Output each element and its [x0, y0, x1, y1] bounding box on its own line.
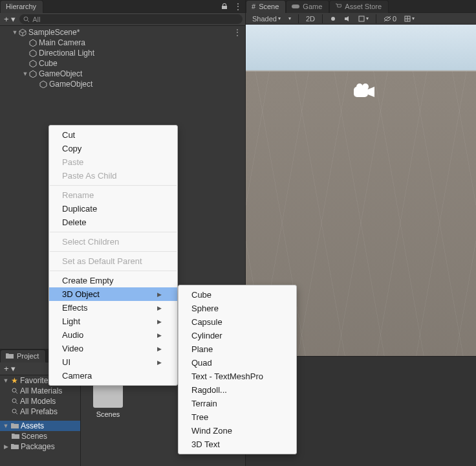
dropdown-icon[interactable]: ▾ — [286, 16, 294, 21]
joystick-icon — [292, 3, 299, 10]
ctx-set-default-parent: Set as Default Parent — [49, 254, 177, 268]
sub-text-tmp[interactable]: Text - TextMeshPro — [178, 370, 296, 383]
sub-tree[interactable]: Tree — [178, 410, 296, 424]
grid-toggle-icon[interactable]: ▾ — [402, 16, 417, 22]
folder-icon — [11, 423, 19, 429]
tree-item-main-camera[interactable]: Main Camera — [0, 38, 245, 48]
ctx-duplicate[interactable]: Duplicate — [49, 202, 177, 216]
folder-large-icon — [93, 383, 123, 408]
ctx-select-children: Select Children — [49, 235, 177, 249]
project-tab[interactable]: Project — [0, 350, 46, 362]
tree-item-gameobject[interactable]: ▼ GameObject — [0, 69, 245, 79]
svg-marker-6 — [30, 60, 36, 67]
ctx-rename: Rename — [49, 188, 177, 202]
fx-toggle-icon[interactable]: ▾ — [356, 16, 371, 22]
hierarchy-context-menu: Cut Copy Paste Paste As Child Rename Dup… — [49, 125, 178, 386]
svg-marker-17 — [345, 16, 349, 21]
tree-item-cube[interactable]: Cube — [0, 58, 245, 69]
camera-gizmo-icon[interactable] — [352, 83, 377, 101]
ctx-paste-as-child: Paste As Child — [49, 169, 177, 183]
panel-menu-icon[interactable]: ⋮ — [231, 2, 245, 11]
svg-marker-5 — [30, 50, 36, 57]
ctx-copy[interactable]: Copy — [49, 142, 177, 155]
game-tab[interactable]: Game — [286, 0, 329, 13]
sub-plane[interactable]: Plane — [178, 342, 296, 356]
sub-quad[interactable]: Quad — [178, 356, 296, 370]
sub-sphere[interactable]: Sphere — [178, 302, 296, 315]
svg-point-16 — [331, 17, 335, 21]
svg-point-0 — [24, 17, 28, 21]
lighting-toggle-icon[interactable] — [327, 16, 339, 22]
row-menu-icon[interactable]: ⋮ — [233, 28, 245, 37]
hierarchy-search-input[interactable]: All — [19, 14, 243, 24]
sub-terrain[interactable]: Terrain — [178, 397, 296, 410]
hierarchy-tab[interactable]: Hierarchy — [0, 0, 43, 13]
svg-line-1 — [28, 20, 30, 22]
project-tab-label: Project — [17, 352, 39, 360]
cart-icon — [335, 3, 341, 10]
chevron-right-icon: ▶ — [157, 346, 162, 352]
svg-line-14 — [16, 413, 18, 415]
svg-point-25 — [356, 83, 363, 90]
favorite-item[interactable]: All Prefabs — [0, 406, 80, 417]
sub-wind-zone[interactable]: Wind Zone — [178, 424, 296, 438]
ctx-effects[interactable]: Effects▶ — [49, 301, 177, 315]
ctx-video[interactable]: Video▶ — [49, 342, 177, 355]
ctx-create-empty[interactable]: Create Empty — [49, 274, 177, 287]
assets-item[interactable]: Scenes — [0, 431, 80, 441]
project-tree: ▼ ★ Favorites All Materials All Models — [0, 375, 81, 466]
svg-point-9 — [12, 388, 16, 392]
svg-line-12 — [16, 403, 18, 405]
sub-3d-text[interactable]: 3D Text — [178, 438, 296, 451]
assets-row[interactable]: ▼ Assets — [0, 421, 80, 431]
chevron-right-icon: ▶ — [157, 318, 162, 325]
sub-ragdoll[interactable]: Ragdoll... — [178, 383, 296, 397]
hierarchy-tab-label: Hierarchy — [6, 3, 36, 10]
audio-toggle-icon[interactable] — [341, 16, 353, 22]
tree-item-gameobject-child[interactable]: GameObject — [0, 79, 245, 89]
svg-point-13 — [12, 409, 16, 413]
ctx-3d-object[interactable]: 3D Object▶ — [49, 287, 177, 301]
ctx-camera[interactable]: Camera — [49, 369, 177, 383]
scene-tab[interactable]: # Scene — [246, 0, 286, 13]
svg-rect-18 — [359, 16, 364, 21]
folder-icon — [12, 433, 19, 439]
favorite-item[interactable]: All Materials — [0, 386, 80, 396]
ctx-cut[interactable]: Cut — [49, 128, 177, 142]
svg-marker-7 — [30, 71, 36, 78]
foldout-icon[interactable]: ▼ — [22, 71, 28, 77]
ctx-audio[interactable]: Audio▶ — [49, 328, 177, 342]
tree-item-directional-light[interactable]: Directional Light — [0, 48, 245, 58]
ctx-delete[interactable]: Delete — [49, 216, 177, 229]
foldout-icon[interactable]: ▼ — [12, 29, 18, 36]
gameobject-cube-icon — [28, 49, 38, 57]
sub-cube[interactable]: Cube — [178, 288, 296, 302]
sub-cylinder[interactable]: Cylinder — [178, 329, 296, 342]
svg-marker-26 — [368, 87, 374, 97]
gameobject-cube-icon — [28, 60, 38, 67]
sub-capsule[interactable]: Capsule — [178, 315, 296, 329]
ctx-ui[interactable]: UI▶ — [49, 355, 177, 369]
layers-hidden-icon[interactable]: 0 — [381, 15, 399, 23]
scene-2d-toggle[interactable]: 2D — [303, 15, 318, 23]
panel-lock-icon[interactable] — [218, 3, 231, 10]
add-button[interactable]: + ▾ — [3, 14, 17, 24]
hierarchy-tab-bar: Hierarchy ⋮ — [0, 0, 245, 13]
folder-icon — [6, 353, 14, 359]
packages-row[interactable]: ▶ Packages — [0, 441, 80, 452]
unity-scene-icon — [18, 28, 27, 36]
shading-dropdown[interactable]: Shaded▾ — [250, 15, 283, 23]
chevron-right-icon: ▶ — [157, 291, 162, 298]
scene-row[interactable]: ▼ SampleScene* ⋮ — [0, 27, 245, 38]
star-icon: ★ — [11, 376, 18, 385]
ctx-paste: Paste — [49, 155, 177, 169]
svg-point-11 — [12, 399, 16, 403]
project-add-button[interactable]: + ▾ — [3, 364, 17, 373]
asset-store-tab[interactable]: Asset Store — [329, 0, 389, 13]
ctx-light[interactable]: Light▶ — [49, 315, 177, 328]
folder-icon — [11, 443, 19, 450]
favorite-item[interactable]: All Models — [0, 396, 80, 406]
folder-item-scenes[interactable]: Scenes — [89, 383, 127, 418]
search-icon — [12, 408, 18, 415]
gameobject-cube-icon — [39, 80, 48, 88]
